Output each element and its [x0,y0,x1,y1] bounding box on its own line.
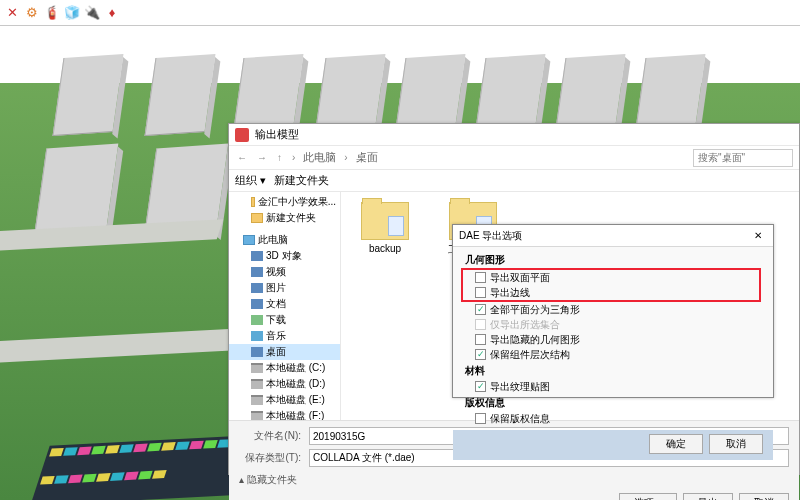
tree-item[interactable]: 下载 [229,312,340,328]
filetype-label: 保存类型(T): [239,451,301,465]
chk-textures[interactable]: ✓导出纹理贴图 [465,379,761,394]
tree-item[interactable]: 新建文件夹 [229,210,340,226]
chk-hierarchy[interactable]: ✓保留组件层次结构 [465,347,761,362]
chk-sel-only: 仅导出所选集合 [465,317,761,332]
export-button[interactable]: 导出 [683,493,733,500]
tree-item[interactable]: 本地磁盘 (C:) [229,360,340,376]
tree-item[interactable]: 此电脑 [229,232,340,248]
dialog-toolbar: 组织 ▾ 新建文件夹 [229,170,799,192]
tool-icon-2[interactable]: 🧯 [44,5,60,21]
group-credit: 版权信息 [465,394,761,411]
main-toolbar: ✕ ⚙ 🧯 🧊 🔌 ♦ [0,0,800,26]
options-ok-button[interactable]: 确定 [649,434,703,454]
tree-item[interactable]: 3D 对象 [229,248,340,264]
newfolder-button[interactable]: 新建文件夹 [274,173,329,188]
chk-export-edges[interactable]: 导出边线 [465,285,757,300]
dae-options-dialog: DAE 导出选项 ✕ 几何图形 导出双面平面 导出边线 ✓全部平面分为三角形 仅… [452,224,774,398]
dialog-title: 输出模型 [255,127,299,142]
chk-hidden-geom[interactable]: 导出隐藏的几何图形 [465,332,761,347]
folder-tree[interactable]: 金汇中小学效果...新建文件夹此电脑3D 对象视频图片文档下载音乐桌面本地磁盘 … [229,192,341,420]
tree-item[interactable]: 桌面 [229,344,340,360]
nav-up-icon[interactable]: ↑ [275,152,284,163]
tool-icon-0[interactable]: ✕ [4,5,20,21]
breadcrumb-0[interactable]: 此电脑 [303,150,336,165]
dialog-titlebar[interactable]: 输出模型 [229,124,799,146]
tool-icon-1[interactable]: ⚙ [24,5,40,21]
options-button[interactable]: 选项... [619,493,677,500]
breadcrumb-1[interactable]: 桌面 [356,150,378,165]
hide-folders-toggle[interactable]: ▴ 隐藏文件夹 [239,471,789,489]
filename-label: 文件名(N): [239,429,301,443]
organize-button[interactable]: 组织 ▾ [235,173,266,188]
tree-item[interactable]: 本地磁盘 (F:) [229,408,340,420]
chk-triangulate[interactable]: ✓全部平面分为三角形 [465,302,761,317]
tool-icon-4[interactable]: 🔌 [84,5,100,21]
group-material: 材料 [465,362,761,379]
tree-item[interactable]: 音乐 [229,328,340,344]
nav-fwd-icon[interactable]: → [255,152,269,163]
tree-item[interactable]: 文档 [229,296,340,312]
group-geometry: 几何图形 [465,251,761,268]
cancel-button[interactable]: 取消 [739,493,789,500]
tree-item[interactable]: 视频 [229,264,340,280]
tool-icon-5[interactable]: ♦ [104,5,120,21]
chk-double-sided[interactable]: 导出双面平面 [465,270,757,285]
tree-item[interactable]: 本地磁盘 (D:) [229,376,340,392]
tree-item[interactable]: 本地磁盘 (E:) [229,392,340,408]
tree-item[interactable]: 金汇中小学效果... [229,194,340,210]
search-input[interactable] [693,149,793,167]
options-cancel-button[interactable]: 取消 [709,434,763,454]
file-item[interactable]: backup [355,202,415,254]
tool-icon-3[interactable]: 🧊 [64,5,80,21]
close-icon[interactable]: ✕ [749,230,767,241]
nav-bar: ← → ↑ › 此电脑 › 桌面 [229,146,799,170]
tree-item[interactable]: 图片 [229,280,340,296]
nav-back-icon[interactable]: ← [235,152,249,163]
chk-credit[interactable]: 保留版权信息 [465,411,761,426]
options-title: DAE 导出选项 [459,229,522,243]
app-icon [235,128,249,142]
